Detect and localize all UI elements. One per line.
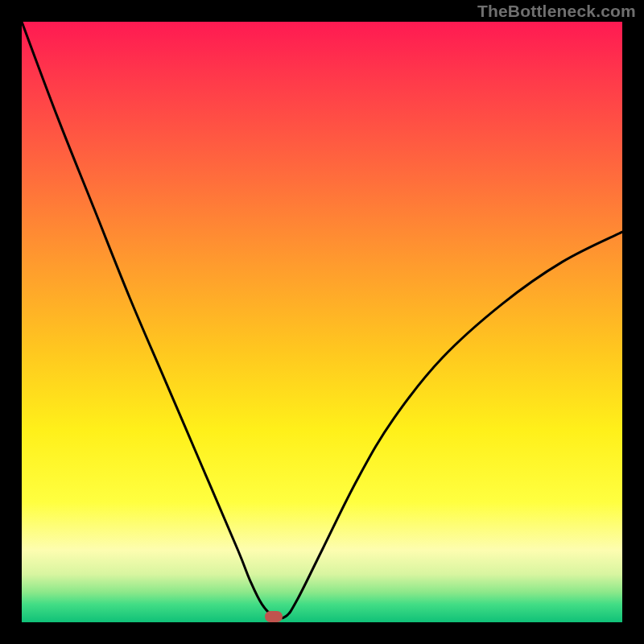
plot-area [22,22,622,622]
curve-svg [22,22,622,622]
bottleneck-curve [22,22,622,618]
optimal-marker-icon [265,611,283,622]
chart-frame: TheBottleneck.com [0,0,644,644]
watermark-text: TheBottleneck.com [477,2,636,21]
